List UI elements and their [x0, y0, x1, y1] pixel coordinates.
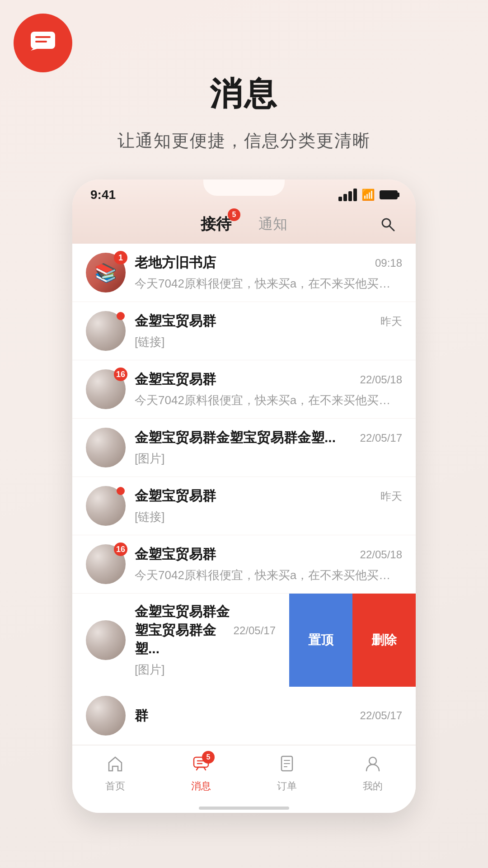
signal-icon	[338, 189, 357, 201]
chat-name: 金塑宝贸易群	[135, 487, 216, 505]
pin-button[interactable]: 置顶	[289, 594, 352, 687]
chat-header: 金塑宝贸易群 昨天	[135, 487, 402, 505]
chat-item-content: 金塑宝贸易群金塑宝贸易群金塑... 22/05/17 [图片]	[72, 594, 289, 687]
chat-preview: [图片]	[135, 662, 276, 678]
chat-name: 老地方旧书店	[135, 254, 216, 272]
delete-button[interactable]: 删除	[352, 594, 416, 687]
chat-item-truncated[interactable]: 群 22/05/17	[72, 687, 416, 745]
chat-preview: 今天7042原料很便宜，快来买a，在不来买他买买a...	[135, 392, 402, 408]
chat-item[interactable]: 16 金塑宝贸易群 22/05/18 今天7042原料很便宜，快来买a，在不来买…	[72, 360, 416, 419]
profile-icon	[364, 755, 382, 777]
nav-home[interactable]: 首页	[105, 755, 125, 793]
chat-name: 金塑宝贸易群	[135, 312, 216, 330]
avatar-wrapper: 16	[86, 369, 126, 409]
tabs-container: 接待 5 通知	[201, 214, 287, 235]
chat-content: 金塑宝贸易群 22/05/18 今天7042原料很便宜，快来买a，在不来买他买买…	[135, 370, 402, 408]
chat-content: 金塑宝贸易群 昨天 [链接]	[135, 487, 402, 525]
chat-header: 金塑宝贸易群金塑宝贸易群金塑... 22/05/17	[135, 429, 402, 447]
chat-header: 金塑宝贸易群 22/05/18	[135, 545, 402, 564]
order-icon	[278, 755, 296, 777]
chat-item-swipe[interactable]: 金塑宝贸易群金塑宝贸易群金塑... 22/05/17 [图片] 置顶 删除	[72, 594, 416, 687]
chat-list: 📚 1 老地方旧书店 09:18 今天7042原料很便宜，快来买a，在不来买他买…	[72, 244, 416, 745]
chat-preview: 今天7042原料很便宜，快来买a，在不来买他买买a...	[135, 567, 402, 583]
nav-order[interactable]: 订单	[277, 755, 297, 793]
chat-time: 昨天	[380, 489, 402, 504]
chat-item[interactable]: 16 金塑宝贸易群 22/05/18 今天7042原料很便宜，快来买a，在不来买…	[72, 535, 416, 594]
receive-badge: 5	[228, 208, 240, 221]
notch	[203, 179, 285, 196]
svg-point-12	[369, 757, 376, 764]
chat-item[interactable]: 金塑宝贸易群 昨天 [链接]	[72, 302, 416, 360]
chat-name: 金塑宝贸易群金塑宝贸易群金塑...	[135, 603, 234, 658]
nav-order-label: 订单	[277, 779, 297, 793]
unread-badge: 16	[114, 542, 127, 556]
chat-header: 金塑宝贸易群金塑宝贸易群金塑... 22/05/17	[135, 603, 276, 658]
chat-time: 09:18	[375, 257, 402, 269]
swipe-actions: 置顶 删除	[289, 594, 416, 687]
chat-header: 老地方旧书店 09:18	[135, 254, 402, 272]
truncated-name: 群	[135, 707, 148, 725]
nav-message[interactable]: 5 消息	[191, 755, 211, 793]
avatar-wrapper: 📚 1	[86, 253, 126, 292]
chat-item[interactable]: 📚 1 老地方旧书店 09:18 今天7042原料很便宜，快来买a，在不来买他买…	[72, 244, 416, 302]
svg-line-4	[389, 226, 394, 231]
chat-header: 金塑宝贸易群 22/05/18	[135, 370, 402, 389]
chat-preview: 今天7042原料很便宜，快来买a，在不来买他买买a...	[135, 276, 402, 292]
avatar-wrapper	[86, 311, 126, 351]
chat-name: 金塑宝贸易群	[135, 545, 216, 564]
wifi-icon: 📶	[361, 189, 375, 201]
chat-item[interactable]: 金塑宝贸易群 昨天 [链接]	[72, 477, 416, 535]
home-icon	[106, 755, 124, 777]
chat-time: 22/05/17	[360, 432, 402, 444]
nav-home-label: 首页	[105, 779, 125, 793]
page-subtitle: 让通知更便捷，信息分类更清晰	[0, 129, 488, 152]
unread-dot	[117, 312, 125, 320]
nav-profile[interactable]: 我的	[363, 755, 383, 793]
avatar-wrapper	[86, 696, 126, 736]
truncated-time: 22/05/17	[360, 709, 402, 722]
chat-preview: [链接]	[135, 334, 402, 350]
chat-content: 老地方旧书店 09:18 今天7042原料很便宜，快来买a，在不来买他买买a..…	[135, 254, 402, 292]
svg-rect-0	[31, 32, 55, 49]
app-icon	[14, 14, 72, 72]
bottom-nav: 首页 5 消息	[72, 745, 416, 807]
chat-header: 金塑宝贸易群 昨天	[135, 312, 402, 330]
chat-time: 昨天	[380, 314, 402, 329]
phone-mockup: 9:41 📶 接待 5 通知	[72, 179, 416, 813]
avatar-wrapper	[86, 428, 126, 467]
chat-content: 金塑宝贸易群金塑宝贸易群金塑... 22/05/17 [图片]	[135, 429, 402, 467]
battery-icon	[380, 190, 398, 199]
tab-notify[interactable]: 通知	[258, 214, 287, 234]
chat-name: 金塑宝贸易群	[135, 370, 216, 389]
chat-preview: [图片]	[135, 451, 402, 467]
chat-time: 22/05/18	[360, 548, 402, 561]
unread-badge: 16	[114, 368, 127, 381]
home-bar	[199, 807, 289, 810]
tab-bar: 接待 5 通知	[72, 207, 416, 244]
chat-content: 金塑宝贸易群 22/05/18 今天7042原料很便宜，快来买a，在不来买他买买…	[135, 545, 402, 583]
unread-badge: 1	[114, 251, 127, 264]
chat-name: 金塑宝贸易群金塑宝贸易群金塑...	[135, 429, 336, 447]
chat-time: 22/05/17	[234, 624, 276, 637]
nav-message-label: 消息	[191, 779, 211, 793]
status-time: 9:41	[90, 188, 116, 202]
chat-time: 22/05/18	[360, 373, 402, 386]
chat-preview: [链接]	[135, 509, 402, 525]
avatar-wrapper: 16	[86, 544, 126, 584]
chat-item[interactable]: 金塑宝贸易群金塑宝贸易群金塑... 22/05/17 [图片]	[72, 419, 416, 477]
search-button[interactable]	[378, 214, 398, 234]
page-title: 消息	[0, 72, 488, 116]
home-indicator	[72, 807, 416, 813]
avatar	[86, 428, 126, 467]
avatar-wrapper	[86, 486, 126, 526]
unread-dot	[117, 487, 125, 495]
tab-receive[interactable]: 接待 5	[201, 214, 231, 235]
status-icons: 📶	[338, 189, 398, 201]
avatar	[86, 696, 126, 736]
avatar	[86, 620, 126, 660]
nav-profile-label: 我的	[363, 779, 383, 793]
chat-content: 金塑宝贸易群 昨天 [链接]	[135, 312, 402, 350]
avatar-wrapper	[86, 620, 126, 660]
message-nav-badge: 5	[202, 751, 215, 764]
chat-content: 金塑宝贸易群金塑宝贸易群金塑... 22/05/17 [图片]	[135, 603, 276, 678]
